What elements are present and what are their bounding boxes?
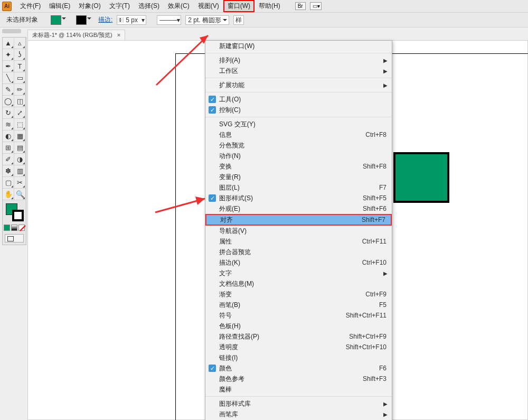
- menuitem-变换[interactable]: 变换Shift+F8: [205, 161, 392, 172]
- pencil-tool[interactable]: ✏: [14, 84, 26, 96]
- stroke-color-icon[interactable]: [12, 210, 24, 221]
- pen-tool[interactable]: ✒: [3, 61, 14, 72]
- submenu-arrow-icon: ▶: [383, 412, 388, 417]
- menuitem-颜色[interactable]: ✓颜色F6: [205, 363, 392, 374]
- stroke-swatch[interactable]: [76, 15, 87, 25]
- hand-tool[interactable]: ✋: [3, 189, 14, 200]
- doc-tab-label: 未标题-1* @ 114% (RGB/预览): [32, 32, 112, 38]
- stroke-size-field[interactable]: ▲▼ 5 px ▾: [117, 15, 146, 25]
- arrange-button[interactable]: ▭▾: [310, 2, 322, 10]
- stroke-size-spinner[interactable]: ▲▼: [117, 17, 124, 23]
- selection-tool[interactable]: ▲: [3, 38, 14, 49]
- menuitem-图层[interactable]: 图层(L)F7: [205, 182, 392, 193]
- doc-tab-close-icon[interactable]: ×: [117, 32, 120, 38]
- eyedropper-tool[interactable]: ✐: [3, 154, 14, 165]
- menuitem-label: 对齐: [220, 216, 233, 225]
- blob-tool[interactable]: ◯: [3, 96, 14, 107]
- menuitem-色板[interactable]: 色板(H): [205, 321, 392, 331]
- menuitem-控制[interactable]: ✓控制(C): [205, 105, 392, 115]
- color-mode-solid[interactable]: [4, 225, 10, 231]
- menuitem-排列[interactable]: 排列(A)▶: [205, 55, 392, 66]
- menu-select[interactable]: 选择(S): [134, 0, 164, 12]
- eraser-tool[interactable]: ◫: [14, 96, 26, 107]
- stroke-dash-field[interactable]: ———▾: [157, 15, 181, 25]
- menuitem-新建窗口[interactable]: 新建窗口(W): [205, 41, 392, 51]
- graph-tool[interactable]: ▥: [14, 165, 26, 177]
- stroke-size-value: 5 px: [124, 16, 140, 24]
- mesh-tool[interactable]: ⊞: [3, 142, 14, 154]
- menu-help[interactable]: 帮助(H): [254, 0, 285, 12]
- menuitem-SVG交互[interactable]: SVG 交互(Y): [205, 119, 392, 129]
- doc-tab[interactable]: 未标题-1* @ 114% (RGB/预览) ×: [27, 30, 125, 40]
- menuitem-颜色参考[interactable]: 颜色参考Shift+F3: [205, 374, 392, 384]
- lasso-tool[interactable]: ʖ: [14, 49, 26, 61]
- artboard-tool[interactable]: ▢: [3, 177, 14, 189]
- rotate-tool[interactable]: ↻: [3, 107, 14, 119]
- free-transform-tool[interactable]: ⬚: [14, 119, 26, 130]
- menuitem-shortcut: F7: [379, 184, 386, 191]
- menuitem-外观[interactable]: 外观(E)Shift+F6: [205, 203, 392, 214]
- type-tool[interactable]: T: [14, 61, 26, 72]
- menuitem-工作区[interactable]: 工作区▶: [205, 66, 392, 76]
- menuitem-对齐[interactable]: 对齐Shift+F7: [205, 214, 392, 226]
- scale-tool[interactable]: ⤢: [14, 107, 26, 119]
- menuitem-画笔库[interactable]: 画笔库▶: [205, 409, 392, 419]
- fill-stroke-controls[interactable]: [3, 202, 26, 223]
- menuitem-图形样式[interactable]: ✓图形样式(S)Shift+F5: [205, 193, 392, 203]
- menuitem-属性[interactable]: 属性Ctrl+F11: [205, 236, 392, 247]
- brush-tool[interactable]: ✎: [3, 84, 14, 96]
- stroke-label[interactable]: 描边:: [98, 15, 112, 24]
- menu-window[interactable]: 窗口(W): [223, 0, 254, 12]
- slice-tool[interactable]: ✂: [14, 177, 26, 189]
- magic-wand-tool[interactable]: ✦: [3, 49, 14, 61]
- menuitem-魔棒[interactable]: 魔棒: [205, 384, 392, 395]
- menuitem-文档信息[interactable]: 文档信息(M): [205, 278, 392, 289]
- shape-builder-tool[interactable]: ◐: [3, 130, 14, 142]
- menuitem-shortcut: F6: [379, 365, 386, 372]
- menuitem-链接[interactable]: 链接(I): [205, 352, 392, 363]
- menuitem-拼合器预览[interactable]: 拼合器预览: [205, 247, 392, 257]
- menuitem-shortcut: Shift+Ctrl+F9: [349, 333, 386, 340]
- menuitem-路径查找器[interactable]: 路径查找器(P)Shift+Ctrl+F9: [205, 331, 392, 342]
- menuitem-符号[interactable]: 符号Shift+Ctrl+F11: [205, 310, 392, 321]
- direct-select-tool[interactable]: ▵: [14, 38, 26, 49]
- line-tool[interactable]: ╲: [3, 72, 14, 84]
- width-tool[interactable]: ≋: [3, 119, 14, 130]
- menuitem-工具[interactable]: ✓工具(O): [205, 94, 392, 105]
- rect-tool[interactable]: ▭: [14, 72, 26, 84]
- screen-mode-button[interactable]: [5, 234, 24, 242]
- menuitem-导航器[interactable]: 导航器(V): [205, 226, 392, 236]
- canvas-rectangle[interactable]: [393, 152, 449, 203]
- gradient-tool[interactable]: ▤: [14, 142, 26, 154]
- bridge-button[interactable]: Br: [295, 2, 306, 10]
- menuitem-透明度[interactable]: 透明度Shift+Ctrl+F10: [205, 342, 392, 352]
- blend-tool[interactable]: ◑: [14, 154, 26, 165]
- brush-dropdown[interactable]: 2 pt. 椭圆形: [185, 15, 229, 25]
- toolbox-toggle[interactable]: [2, 29, 21, 33]
- menuitem-动作[interactable]: 动作(N): [205, 151, 392, 161]
- fill-swatch[interactable]: [51, 15, 61, 25]
- menu-edit[interactable]: 编辑(E): [45, 0, 74, 12]
- color-mode-gradient[interactable]: [11, 225, 17, 231]
- menu-type[interactable]: 文字(T): [105, 0, 134, 12]
- menuitem-变量[interactable]: 变量(R): [205, 172, 392, 182]
- menu-effect[interactable]: 效果(C): [164, 0, 194, 12]
- menu-object[interactable]: 对象(O): [74, 0, 105, 12]
- menuitem-扩展功能[interactable]: 扩展功能▶: [205, 80, 392, 90]
- perspective-tool[interactable]: ▦: [14, 130, 26, 142]
- menuitem-描边[interactable]: 描边(K)Ctrl+F10: [205, 257, 392, 268]
- menubar: Ai 文件(F) 编辑(E) 对象(O) 文字(T) 选择(S) 效果(C) 视…: [0, 0, 528, 13]
- menuitem-文字[interactable]: 文字▶: [205, 268, 392, 278]
- menu-file[interactable]: 文件(F): [16, 0, 45, 12]
- menuitem-渐变[interactable]: 渐变Ctrl+F9: [205, 289, 392, 300]
- menuitem-画笔[interactable]: 画笔(B)F5: [205, 300, 392, 310]
- color-mode-none[interactable]: [18, 225, 25, 231]
- menuitem-分色预览[interactable]: 分色预览: [205, 140, 392, 151]
- menuitem-信息[interactable]: 信息Ctrl+F8: [205, 129, 392, 140]
- zoom-tool[interactable]: 🔍: [14, 189, 26, 200]
- brush-style-button[interactable]: 样: [233, 15, 244, 25]
- symbol-spray-tool[interactable]: ✽: [3, 165, 14, 177]
- menu-view[interactable]: 视图(V): [194, 0, 223, 12]
- menuitem-图形样式库[interactable]: 图形样式库▶: [205, 398, 392, 409]
- menuitem-label: 色板(H): [219, 322, 241, 331]
